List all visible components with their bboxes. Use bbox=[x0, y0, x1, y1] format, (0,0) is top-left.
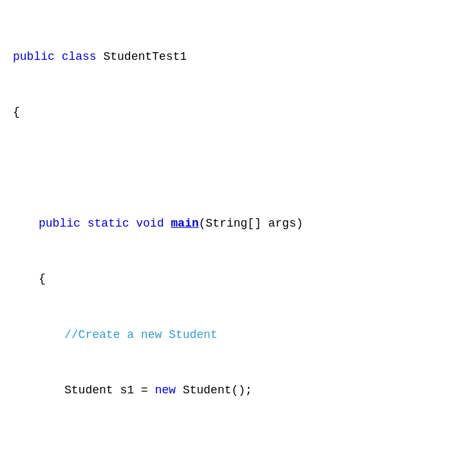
method-main: main bbox=[171, 217, 198, 230]
keyword-new1: new bbox=[155, 384, 175, 397]
brace-open2: { bbox=[39, 272, 46, 285]
class-name: StudentTest1 bbox=[103, 50, 187, 63]
stmt-1: Student s1 = bbox=[64, 384, 155, 397]
keyword-public2: public bbox=[39, 217, 81, 230]
code-line-3 bbox=[13, 158, 463, 177]
code-editor: public class StudentTest1 { public stati… bbox=[13, 10, 463, 470]
params: (String[] args) bbox=[199, 217, 303, 230]
keyword-public: public bbox=[13, 50, 55, 63]
code-line-1: public class StudentTest1 bbox=[13, 48, 463, 66]
code-line-6: //Create a new Student bbox=[13, 326, 463, 344]
stmt-1b: Student(); bbox=[183, 384, 252, 397]
keyword-class: class bbox=[62, 50, 97, 63]
code-line-8 bbox=[13, 437, 463, 455]
code-line-4: public static void main(String[] args) bbox=[13, 214, 463, 233]
code-line-2: { bbox=[13, 103, 463, 122]
comment-1: //Create a new Student bbox=[64, 328, 218, 341]
brace-open: { bbox=[13, 106, 20, 118]
keyword-void: void bbox=[136, 217, 164, 230]
keyword-static: static bbox=[88, 217, 129, 230]
code-line-5: { bbox=[13, 270, 463, 288]
code-line-7: Student s1 = new Student(); bbox=[13, 381, 463, 400]
